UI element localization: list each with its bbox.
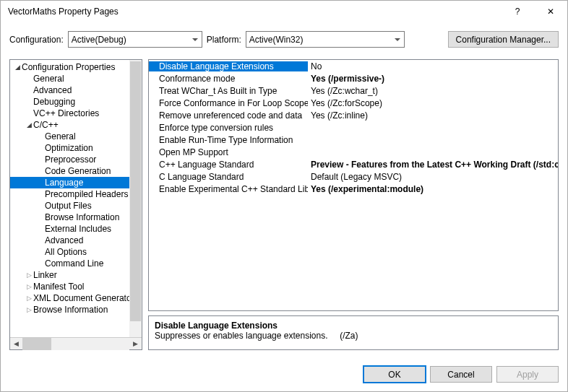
property-value[interactable]: Yes (/Zc:wchar_t) (308, 86, 558, 96)
tree-item-label: C/C++ (33, 120, 59, 130)
tree-panel: ◢Configuration Properties General Advanc… (9, 59, 142, 350)
property-value[interactable]: Yes (/permissive-) (308, 74, 558, 84)
property-name: Open MP Support (149, 147, 308, 157)
cancel-button[interactable]: Cancel (430, 366, 492, 383)
property-row[interactable]: Force Conformance in For Loop ScopeYes (… (149, 97, 558, 109)
tree-item-label: VC++ Directories (33, 108, 99, 118)
scroll-left-icon[interactable]: ◀ (10, 338, 22, 350)
property-name: Treat WChar_t As Built in Type (149, 86, 308, 96)
tree-item-collapsed[interactable]: ▷Browse Information (10, 304, 142, 315)
tree-item-ccpp[interactable]: Output Files (10, 200, 142, 212)
tree-hscrollbar[interactable]: ◀ ▶ (10, 337, 142, 349)
tree-item-ccpp[interactable]: Precompiled Headers (10, 188, 142, 200)
tree-root[interactable]: ◢Configuration Properties (10, 61, 142, 73)
chevron-right-icon: ▷ (25, 283, 33, 290)
window-title: VectorMaths Property Pages (8, 6, 501, 17)
tree-item[interactable]: General (10, 73, 142, 84)
apply-button[interactable]: Apply (496, 366, 559, 383)
tree-item-label: Manifest Tool (33, 282, 84, 292)
tree-item-label: General (33, 74, 64, 84)
tree-item-label: Output Files (45, 201, 92, 211)
tree-item[interactable]: Advanced (10, 84, 142, 96)
property-name: Enforce type conversion rules (149, 123, 308, 133)
tree-item-label: Language (45, 178, 83, 188)
property-row[interactable]: C Language StandardDefault (Legacy MSVC) (149, 170, 558, 183)
property-value[interactable]: No (308, 61, 558, 71)
configuration-label: Configuration: (9, 35, 64, 45)
property-row[interactable]: Remove unreferenced code and dataYes (/Z… (149, 109, 558, 121)
tree-hscroll-track[interactable] (22, 338, 129, 350)
property-row[interactable]: Enable Experimental C++ Standard Library… (149, 183, 558, 195)
scroll-right-icon[interactable]: ▶ (129, 338, 142, 350)
tree-item[interactable]: Debugging (10, 96, 142, 108)
property-grid[interactable]: Disable Language ExtensionsNoConformance… (148, 59, 559, 311)
tree-item-ccpp[interactable]: Preprocessor (10, 154, 142, 165)
tree[interactable]: ◢Configuration Properties General Advanc… (10, 60, 142, 337)
tree-item-ccpp[interactable]: General (10, 131, 142, 142)
tree-item-ccpp[interactable]: Code Generation (10, 165, 142, 177)
property-row[interactable]: Treat WChar_t As Built in TypeYes (/Zc:w… (149, 84, 558, 97)
property-name: C++ Language Standard (149, 160, 308, 170)
tree-item-label: All Options (45, 247, 87, 257)
tree-item-label: Command Line (45, 258, 103, 269)
tree-item-collapsed[interactable]: ▷XML Document Generator (10, 292, 142, 304)
tree-item-label: General (45, 131, 76, 141)
property-row[interactable]: Conformance modeYes (/permissive-) (149, 72, 558, 84)
property-value[interactable]: Preview - Features from the Latest C++ W… (308, 160, 558, 170)
tree-vscroll-thumb[interactable] (130, 61, 141, 321)
tree-item-label: Linker (33, 270, 57, 280)
right-panel: Disable Language ExtensionsNoConformance… (148, 59, 559, 350)
tree-item-collapsed[interactable]: ▷Linker (10, 269, 142, 281)
property-name: Enable Experimental C++ Standard Library… (149, 184, 308, 194)
description-body: Suppresses or enables language extension… (155, 331, 552, 341)
description-title: Disable Language Extensions (155, 321, 552, 331)
tree-item-ccpp[interactable]: Optimization (10, 142, 142, 154)
property-value[interactable]: Yes (/experimental:module) (308, 184, 558, 194)
property-value[interactable]: Yes (/Zc:inline) (308, 110, 558, 121)
tree-ccpp[interactable]: ◢C/C++ (10, 119, 142, 131)
tree-vscrollbar[interactable] (129, 60, 142, 337)
tree-item-ccpp[interactable]: Browse Information (10, 212, 142, 223)
description-box: Disable Language Extensions Suppresses o… (148, 315, 559, 350)
help-icon: ? (515, 6, 520, 17)
configuration-manager-button[interactable]: Configuration Manager... (448, 31, 559, 48)
close-button[interactable]: ✕ (534, 1, 567, 22)
tree-item-label: Preprocessor (45, 154, 96, 165)
footer: OK Cancel Apply (1, 359, 567, 391)
chevron-right-icon: ▷ (25, 306, 33, 313)
close-icon: ✕ (547, 6, 554, 17)
tree-item-ccpp[interactable]: Advanced (10, 235, 142, 246)
property-name: C Language Standard (149, 172, 308, 182)
tree-item-ccpp[interactable]: Language (10, 177, 142, 188)
chevron-right-icon: ▷ (25, 295, 33, 302)
platform-select[interactable]: Active(Win32) (246, 31, 405, 48)
property-row[interactable]: Enforce type conversion rules (149, 121, 558, 134)
tree-item-label: Precompiled Headers (45, 189, 128, 199)
property-row[interactable]: Enable Run-Time Type Information (149, 134, 558, 146)
titlebar: VectorMaths Property Pages ? ✕ (1, 1, 567, 22)
platform-label: Platform: (207, 35, 241, 45)
tree-item-collapsed[interactable]: ▷Manifest Tool (10, 281, 142, 292)
help-button[interactable]: ? (501, 1, 534, 22)
property-value[interactable]: Yes (/Zc:forScope) (308, 98, 558, 108)
tree-item-label: Browse Information (45, 212, 119, 222)
property-value[interactable]: Default (Legacy MSVC) (308, 172, 558, 182)
tree-item-label: Browse Information (33, 305, 108, 315)
property-name: Disable Language Extensions (149, 61, 308, 71)
tree-item[interactable]: VC++ Directories (10, 108, 142, 119)
property-row[interactable]: Disable Language ExtensionsNo (149, 60, 558, 72)
tree-item-ccpp[interactable]: All Options (10, 246, 142, 258)
tree-hscroll-thumb[interactable] (22, 338, 51, 350)
chevron-right-icon: ▷ (25, 271, 33, 279)
configuration-select[interactable]: Active(Debug) (68, 31, 202, 48)
tree-item-ccpp[interactable]: Command Line (10, 258, 142, 269)
tree-item-label: External Includes (45, 224, 111, 234)
main-area: ◢Configuration Properties General Advanc… (1, 53, 567, 359)
property-name: Remove unreferenced code and data (149, 110, 308, 121)
property-row[interactable]: Open MP Support (149, 146, 558, 158)
tree-item-ccpp[interactable]: External Includes (10, 223, 142, 235)
ok-button[interactable]: OK (363, 366, 426, 383)
tree-item-label: XML Document Generator (33, 293, 134, 303)
property-row[interactable]: C++ Language StandardPreview - Features … (149, 158, 558, 170)
tree-item-label: Configuration Properties (22, 62, 115, 72)
